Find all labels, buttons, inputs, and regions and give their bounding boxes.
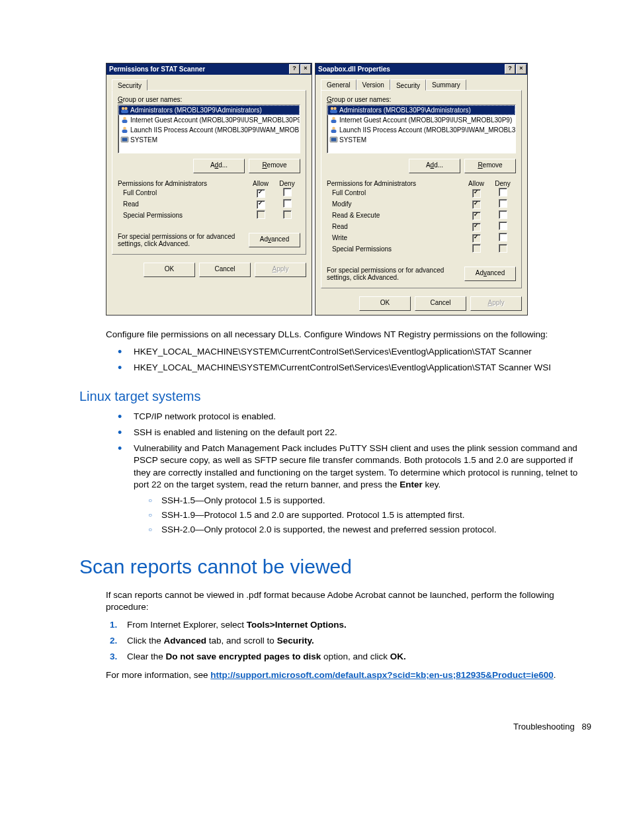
ok-button[interactable]: OK	[359, 296, 411, 311]
deny-checkbox[interactable]	[283, 210, 292, 219]
advanced-button[interactable]: Advanced	[464, 267, 516, 281]
ok-button[interactable]: OK	[144, 263, 195, 277]
user-row[interactable]: SYSTEM	[118, 135, 300, 145]
svg-point-12	[332, 117, 335, 120]
tab-security[interactable]: Security	[112, 79, 147, 91]
list-item: Vulnerability and Patch Management Pack …	[118, 442, 591, 536]
help-button[interactable]: ?	[505, 64, 515, 74]
step-item: From Internet Explorer, select Tools>Int…	[106, 619, 591, 631]
page-footer: Troubleshooting 89	[106, 721, 591, 733]
tab-security[interactable]: Security	[390, 79, 426, 91]
svg-point-0	[121, 107, 124, 110]
add-button[interactable]: Add...	[409, 159, 460, 173]
svg-rect-2	[121, 110, 128, 113]
list-item: HKEY_LOCAL_MACHINE\SYSTEM\CurrentControl…	[118, 346, 591, 358]
step-item: Clear the Do not save encrypted pages to…	[106, 651, 591, 663]
perm-row: Special Permissions	[118, 210, 300, 221]
perm-row: Full Control	[327, 187, 516, 198]
support-link[interactable]: http://support.microsoft.com/default.asp…	[210, 670, 553, 680]
tab-summary[interactable]: Summary	[426, 79, 466, 91]
paragraph: For more information, see http://support…	[106, 669, 591, 681]
user-row[interactable]: Launch IIS Process Account (MROBL30P9\IW…	[327, 125, 515, 135]
allow-checkbox[interactable]	[472, 234, 481, 243]
perm-name: Full Control	[332, 189, 463, 196]
allow-checkbox[interactable]	[257, 189, 265, 198]
user-icon	[329, 116, 338, 124]
perm-row: Read	[118, 198, 300, 210]
user-row[interactable]: Internet Guest Account (MROBL30P9\IUSR_M…	[327, 115, 515, 125]
svg-rect-13	[331, 120, 336, 123]
allow-checkbox[interactable]	[257, 210, 265, 219]
user-icon	[120, 116, 129, 124]
allow-checkbox[interactable]	[472, 189, 481, 198]
dialog-title: Permissions for STAT Scanner	[109, 65, 289, 73]
group-users-label: Group or user names:	[118, 96, 300, 103]
perm-name: Modify	[332, 200, 463, 208]
user-row[interactable]: Launch IIS Process Account (MROBL30P9\IW…	[118, 125, 300, 135]
user-name: Launch IIS Process Account (MROBL30P9\IW…	[130, 126, 300, 134]
perm-row: Read & Execute	[327, 210, 516, 221]
svg-rect-11	[330, 110, 337, 113]
user-row[interactable]: Administrators (MROBL30P9\Administrators…	[327, 105, 515, 115]
tab-version[interactable]: Version	[357, 79, 390, 91]
perm-table: Full ControlReadSpecial Permissions	[118, 187, 300, 221]
deny-checkbox[interactable]	[499, 199, 507, 208]
perm-name: Full Control	[123, 189, 247, 196]
tab-general[interactable]: General	[321, 79, 357, 91]
svg-point-5	[123, 127, 126, 130]
user-list[interactable]: Administrators (MROBL30P9\Administrators…	[118, 105, 300, 153]
svg-point-1	[124, 107, 127, 110]
user-name: SYSTEM	[339, 136, 366, 144]
user-name: Launch IIS Process Account (MROBL30P9\IW…	[339, 126, 516, 134]
allow-checkbox[interactable]	[472, 223, 481, 231]
step-item: Click the Advanced tab, and scroll to Se…	[106, 635, 591, 647]
cancel-button[interactable]: Cancel	[415, 296, 466, 311]
paragraph: If scan reports cannot be viewed in .pdf…	[106, 589, 591, 613]
deny-checkbox[interactable]	[283, 199, 292, 208]
user-row[interactable]: SYSTEM	[327, 135, 515, 145]
close-button[interactable]: ×	[516, 64, 526, 74]
perm-name: Read	[123, 200, 247, 208]
advanced-button[interactable]: Advanced	[249, 233, 300, 247]
close-button[interactable]: ×	[300, 64, 311, 74]
deny-checkbox[interactable]	[499, 210, 507, 219]
cancel-button[interactable]: Cancel	[199, 263, 251, 277]
remove-button[interactable]: Remove	[464, 159, 516, 173]
deny-checkbox[interactable]	[499, 244, 507, 253]
apply-button[interactable]: Apply	[470, 296, 522, 311]
group-icon	[329, 106, 338, 114]
sub-item: SSH-1.5—Only protocol 1.5 is supported.	[148, 495, 591, 507]
svg-rect-15	[331, 130, 336, 133]
user-row[interactable]: Internet Guest Account (MROBL30P9\IUSR_M…	[118, 115, 300, 125]
perm-row: Full Control	[118, 187, 300, 198]
allow-checkbox[interactable]	[472, 244, 481, 253]
svg-point-14	[332, 127, 335, 130]
allow-checkbox[interactable]	[472, 212, 481, 220]
group-icon	[120, 106, 129, 114]
perm-name: Special Permissions	[123, 212, 247, 219]
advanced-text: For special permissions or for advanced …	[327, 267, 464, 281]
user-row[interactable]: Administrators (MROBL30P9\Administrators…	[118, 105, 300, 115]
sub-item: SSH-2.0—Only protocol 2.0 is supported, …	[148, 524, 591, 536]
deny-checkbox[interactable]	[499, 188, 507, 196]
remove-button[interactable]: Remove	[249, 159, 300, 173]
perm-name: Write	[332, 234, 463, 241]
deny-checkbox[interactable]	[499, 222, 507, 230]
allow-checkbox[interactable]	[257, 200, 265, 209]
dialog-title: Soapbox.dll Properties	[318, 65, 505, 73]
apply-button[interactable]: Apply	[255, 263, 306, 277]
user-icon	[329, 126, 338, 134]
paragraph: Configure file permissions on all necess…	[106, 329, 591, 341]
perm-header: Permissions for Administrators Allow Den…	[118, 180, 300, 187]
deny-checkbox[interactable]	[283, 188, 292, 196]
allow-checkbox[interactable]	[472, 200, 481, 209]
help-button[interactable]: ?	[289, 64, 300, 74]
advanced-text: For special permissions or for advanced …	[118, 233, 249, 247]
add-button[interactable]: Add...	[193, 159, 245, 173]
list-item: SSH is enabled and listening on the defa…	[118, 427, 591, 439]
user-name: Administrators (MROBL30P9\Administrators…	[339, 106, 471, 114]
perm-header: Permissions for Administrators Allow Den…	[327, 180, 516, 187]
user-list[interactable]: Administrators (MROBL30P9\Administrators…	[327, 105, 516, 153]
deny-checkbox[interactable]	[499, 233, 507, 241]
user-name: Administrators (MROBL30P9\Administrators…	[130, 106, 262, 114]
